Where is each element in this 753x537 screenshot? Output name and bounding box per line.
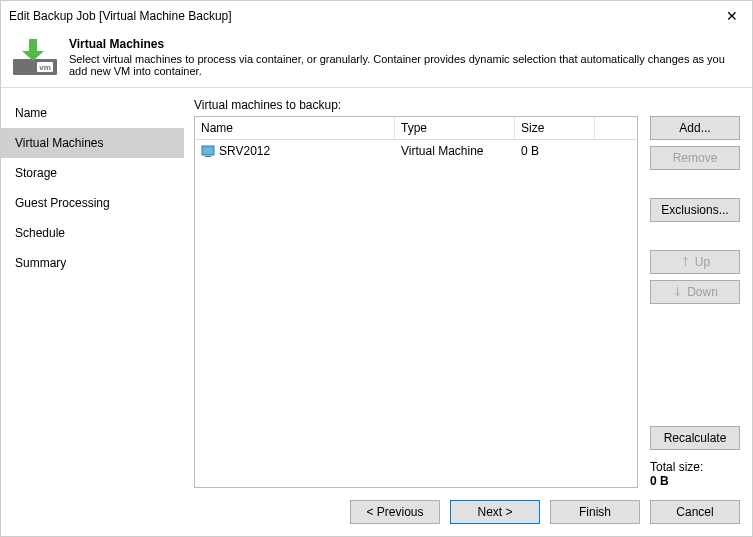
vm-wizard-icon: vm [11, 37, 59, 77]
arrow-down-icon: 🡓 [672, 286, 683, 298]
svg-rect-3 [202, 146, 214, 155]
sidebar-item-name[interactable]: Name [1, 98, 184, 128]
vm-grid[interactable]: Name Type Size SRV2012 Virtual Machine 0 [194, 116, 638, 488]
row-type: Virtual Machine [395, 142, 515, 160]
remove-button[interactable]: Remove [650, 146, 740, 170]
sidebar-item-virtual-machines[interactable]: Virtual Machines [1, 128, 184, 158]
wizard-header-text: Virtual Machines Select virtual machines… [69, 37, 742, 77]
up-button[interactable]: 🡑Up [650, 250, 740, 274]
down-button[interactable]: 🡓Down [650, 280, 740, 304]
recalculate-button[interactable]: Recalculate [650, 426, 740, 450]
arrow-up-icon: 🡑 [680, 256, 691, 268]
sidebar-item-summary[interactable]: Summary [1, 248, 184, 278]
step-sidebar: Name Virtual Machines Storage Guest Proc… [1, 88, 184, 488]
close-icon[interactable]: ✕ [720, 8, 744, 24]
page-description: Select virtual machines to process via c… [69, 53, 742, 77]
next-button[interactable]: Next > [450, 500, 540, 524]
sidebar-item-storage[interactable]: Storage [1, 158, 184, 188]
row-name: SRV2012 [219, 144, 270, 158]
total-value: 0 B [650, 474, 740, 488]
finish-button[interactable]: Finish [550, 500, 640, 524]
exclusions-button[interactable]: Exclusions... [650, 198, 740, 222]
column-name[interactable]: Name [195, 117, 395, 139]
row-size: 0 B [515, 142, 595, 160]
page-heading: Virtual Machines [69, 37, 742, 51]
window-title: Edit Backup Job [Virtual Machine Backup] [9, 9, 720, 23]
wizard-header: vm Virtual Machines Select virtual machi… [1, 31, 752, 88]
svg-text:vm: vm [39, 63, 51, 72]
sidebar-item-guest-processing[interactable]: Guest Processing [1, 188, 184, 218]
column-size[interactable]: Size [515, 117, 595, 139]
side-button-panel: Add... Remove Exclusions... 🡑Up 🡓Down Re… [650, 116, 740, 488]
total-label: Total size: [650, 460, 740, 474]
column-type[interactable]: Type [395, 117, 515, 139]
wizard-footer: < Previous Next > Finish Cancel [1, 488, 752, 536]
add-button[interactable]: Add... [650, 116, 740, 140]
title-bar: Edit Backup Job [Virtual Machine Backup]… [1, 1, 752, 31]
cancel-button[interactable]: Cancel [650, 500, 740, 524]
sidebar-item-schedule[interactable]: Schedule [1, 218, 184, 248]
main-panel: Virtual machines to backup: Name Type Si… [184, 88, 752, 488]
list-label: Virtual machines to backup: [194, 98, 740, 112]
previous-button[interactable]: < Previous [350, 500, 440, 524]
vm-icon [201, 144, 215, 158]
grid-body: SRV2012 Virtual Machine 0 B [195, 140, 637, 487]
table-row[interactable]: SRV2012 Virtual Machine 0 B [195, 140, 637, 162]
total-size: Total size: 0 B [650, 460, 740, 488]
svg-rect-4 [205, 156, 211, 157]
grid-header: Name Type Size [195, 117, 637, 140]
